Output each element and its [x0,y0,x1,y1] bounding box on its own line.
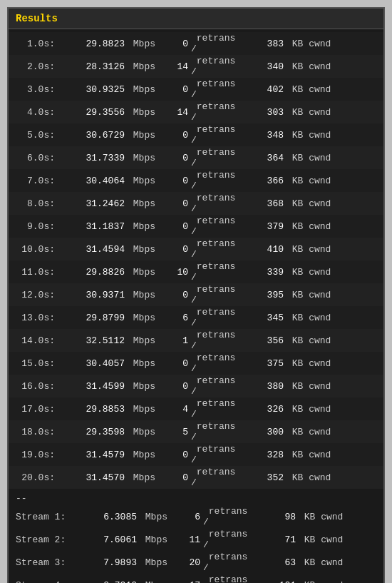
row-cwnd: 402 [244,84,284,95]
row-retrans-label: retrans / [191,56,244,77]
stream-cwnd-label: KB cwnd [299,512,343,522]
row-cwnd: 340 [244,61,284,72]
row-retrans: 0 [167,472,188,483]
row-cwnd: 375 [244,358,284,369]
row-cwnd: 352 [244,472,284,483]
row-cwnd-label: KB cwnd [287,198,331,209]
result-row: 10.0s: 31.4594 Mbps 0 retrans / 410 KB c… [9,238,383,260]
row-cwnd: 303 [244,107,284,118]
row-speed: 30.4064 [61,176,125,186]
row-cwnd: 339 [244,267,284,278]
row-unit: Mbps [128,244,160,255]
row-time: 2.0s: [16,61,55,72]
stream-retrans-label: retrans / [203,506,257,527]
separator-1: -- [9,492,383,505]
stream-cwnd-label: KB cwnd [299,580,343,584]
row-speed: 31.7339 [61,153,125,163]
row-cwnd-label: KB cwnd [287,84,331,95]
stream-cwnd: 98 [257,512,296,522]
row-time: 13.0s: [16,313,55,323]
row-speed: 31.1837 [61,221,125,232]
result-row: 7.0s: 30.4064 Mbps 0 retrans / 366 KB cw… [9,169,383,192]
row-cwnd-label: KB cwnd [287,404,331,415]
row-unit: Mbps [128,176,160,186]
row-time: 3.0s: [16,84,55,95]
row-cwnd: 300 [244,427,284,437]
result-row: 8.0s: 31.2462 Mbps 0 retrans / 368 KB cw… [9,192,383,215]
result-row: 20.0s: 31.4570 Mbps 0 retrans / 352 KB c… [9,466,383,489]
row-retrans: 0 [167,39,188,49]
row-cwnd-label: KB cwnd [287,221,331,232]
stream-retrans: 17 [179,580,200,584]
row-time: 6.0s: [16,153,55,163]
row-unit: Mbps [128,107,160,118]
stream-unit: Mbps [140,512,172,522]
row-cwnd: 326 [244,404,284,415]
row-cwnd-label: KB cwnd [287,313,331,323]
stream-speed: 8.7310 [73,580,137,584]
result-row: 17.0s: 29.8853 Mbps 4 retrans / 326 KB c… [9,397,383,420]
row-time: 17.0s: [16,404,55,415]
row-cwnd: 356 [244,335,284,346]
row-cwnd: 345 [244,313,284,323]
result-row: 2.0s: 28.3126 Mbps 14 retrans / 340 KB c… [9,55,383,78]
row-retrans-label: retrans / [191,78,244,100]
row-cwnd: 395 [244,290,284,300]
row-unit: Mbps [128,450,160,460]
row-cwnd-label: KB cwnd [287,176,331,186]
row-retrans-label: retrans / [191,284,244,305]
row-time: 7.0s: [16,176,55,186]
row-speed: 29.8826 [61,267,125,278]
row-retrans-label: retrans / [191,353,244,374]
row-unit: Mbps [128,130,160,141]
row-retrans: 0 [167,290,188,300]
row-retrans-label: retrans / [191,307,244,328]
result-row: 13.0s: 29.8799 Mbps 6 retrans / 345 KB c… [9,306,383,329]
row-retrans-label: retrans / [191,216,244,237]
stream-label: Stream 4: [16,580,67,584]
stream-unit: Mbps [140,580,172,584]
row-retrans-label: retrans / [191,375,244,397]
result-row: 4.0s: 29.3556 Mbps 14 retrans / 303 KB c… [9,101,383,123]
row-retrans-label: retrans / [191,124,244,146]
row-cwnd-label: KB cwnd [287,244,331,255]
row-retrans-label: retrans / [191,261,244,283]
stream-label: Stream 2: [16,534,67,545]
row-retrans-label: retrans / [191,33,244,54]
row-cwnd-label: KB cwnd [287,107,331,118]
row-unit: Mbps [128,39,160,49]
row-retrans-label: retrans / [191,398,244,420]
row-time: 1.0s: [16,39,55,49]
row-speed: 30.4057 [61,358,125,369]
result-row: 19.0s: 31.4579 Mbps 0 retrans / 328 KB c… [9,443,383,466]
row-speed: 28.3126 [61,61,125,72]
row-cwnd: 379 [244,221,284,232]
results-container: Results 1.0s: 29.8823 Mbps 0 retrans / 3… [7,7,385,583]
row-retrans: 0 [167,198,188,209]
row-retrans-label: retrans / [191,170,244,191]
row-cwnd: 380 [244,381,284,392]
row-cwnd-label: KB cwnd [287,39,331,49]
result-row: 14.0s: 32.5112 Mbps 1 retrans / 356 KB c… [9,329,383,352]
result-row: 16.0s: 31.4599 Mbps 0 retrans / 380 KB c… [9,375,383,397]
row-cwnd-label: KB cwnd [287,61,331,72]
stream-retrans-label: retrans / [203,574,257,583]
row-retrans: 1 [167,335,188,346]
row-unit: Mbps [128,472,160,483]
row-time: 8.0s: [16,198,55,209]
row-speed: 29.8823 [61,39,125,49]
row-unit: Mbps [128,313,160,323]
row-speed: 31.4570 [61,472,125,483]
row-speed: 29.3556 [61,107,125,118]
row-time: 14.0s: [16,335,55,346]
result-row: 12.0s: 30.9371 Mbps 0 retrans / 395 KB c… [9,283,383,306]
row-cwnd: 383 [244,39,284,49]
row-unit: Mbps [128,267,160,278]
row-retrans-label: retrans / [191,330,244,351]
stream-cwnd-label: KB cwnd [299,557,343,568]
result-row: 5.0s: 30.6729 Mbps 0 retrans / 348 KB cw… [9,123,383,146]
row-time: 18.0s: [16,427,55,437]
row-retrans: 0 [167,221,188,232]
row-time: 12.0s: [16,290,55,300]
stream-cwnd: 121 [257,580,296,584]
